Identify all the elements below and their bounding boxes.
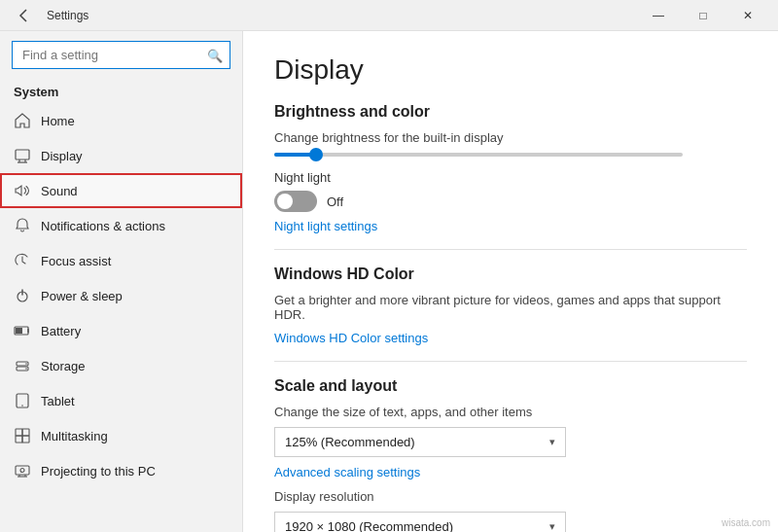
- search-input[interactable]: [12, 41, 230, 69]
- brightness-desc: Change brightness for the built-in displ…: [274, 130, 747, 145]
- sidebar-section-label: System: [0, 79, 242, 103]
- sidebar-item-multitasking[interactable]: Multitasking: [0, 418, 242, 453]
- sidebar-item-display[interactable]: Display: [0, 138, 242, 173]
- night-light-label: Night light: [274, 170, 747, 185]
- section-title-hd-color: Windows HD Color: [274, 266, 747, 283]
- sidebar-item-label-projecting: Projecting to this PC: [41, 464, 156, 479]
- brightness-slider-container: [274, 153, 747, 157]
- content-area: Display Brightness and color Change brig…: [243, 31, 778, 532]
- back-button[interactable]: [8, 0, 39, 31]
- multitasking-icon: [14, 427, 31, 444]
- sidebar-item-label-tablet: Tablet: [41, 394, 75, 408]
- svg-rect-16: [16, 436, 22, 443]
- sidebar: 🔍 System Home Display: [0, 31, 243, 532]
- sidebar-item-label-battery: Battery: [41, 324, 81, 338]
- toggle-knob: [277, 194, 293, 209]
- sidebar-item-projecting[interactable]: Projecting to this PC: [0, 453, 242, 488]
- sidebar-item-label-sound: Sound: [41, 184, 78, 198]
- titlebar: Settings — □ ✕: [0, 0, 778, 31]
- sidebar-item-label-focus: Focus assist: [41, 254, 111, 268]
- search-container: 🔍: [12, 41, 230, 69]
- sidebar-item-notifications[interactable]: Notifications & actions: [0, 208, 242, 243]
- scale-dropdown[interactable]: 125% (Recommended) ▾: [274, 427, 566, 457]
- resolution-dropdown-value: 1920 × 1080 (Recommended): [285, 519, 453, 532]
- hd-color-settings-link[interactable]: Windows HD Color settings: [274, 331, 428, 345]
- sound-icon: [14, 182, 31, 199]
- svg-rect-7: [16, 328, 22, 334]
- sidebar-item-storage[interactable]: Storage: [0, 348, 242, 383]
- night-light-settings-link[interactable]: Night light settings: [274, 219, 377, 233]
- resolution-dropdown[interactable]: 1920 × 1080 (Recommended) ▾: [274, 512, 566, 532]
- projecting-icon: [14, 462, 31, 479]
- sidebar-item-label-notifications: Notifications & actions: [41, 219, 165, 233]
- divider-2: [274, 361, 747, 362]
- sidebar-item-label-multitasking: Multitasking: [41, 429, 108, 443]
- titlebar-title: Settings: [47, 9, 636, 22]
- main-layout: 🔍 System Home Display: [0, 31, 778, 532]
- chevron-down-icon: ▾: [549, 436, 555, 448]
- svg-rect-17: [22, 436, 29, 443]
- sidebar-item-sound[interactable]: Sound: [0, 173, 242, 208]
- scale-dropdown-value: 125% (Recommended): [285, 435, 415, 449]
- power-icon: [14, 287, 31, 304]
- advanced-scaling-link[interactable]: Advanced scaling settings: [274, 465, 747, 479]
- sidebar-item-power[interactable]: Power & sleep: [0, 278, 242, 313]
- notifications-icon: [14, 217, 31, 234]
- section-title-scale: Scale and layout: [274, 377, 747, 395]
- sidebar-item-focus[interactable]: Focus assist: [0, 243, 242, 278]
- section-title-brightness: Brightness and color: [274, 103, 747, 121]
- svg-point-10: [25, 363, 27, 365]
- hd-color-desc: Get a brighter and more vibrant picture …: [274, 293, 747, 322]
- minimize-button[interactable]: —: [636, 0, 681, 31]
- svg-rect-14: [16, 429, 22, 436]
- sidebar-item-battery[interactable]: Battery: [0, 313, 242, 348]
- scale-desc: Change the size of text, apps, and other…: [274, 405, 747, 419]
- tablet-icon: [14, 392, 31, 409]
- focus-icon: [14, 252, 31, 269]
- svg-rect-18: [16, 466, 29, 475]
- sidebar-item-label-power: Power & sleep: [41, 289, 123, 303]
- close-button[interactable]: ✕: [725, 0, 770, 31]
- brightness-slider-track[interactable]: [274, 153, 683, 157]
- svg-point-22: [20, 469, 24, 473]
- storage-icon: [14, 357, 31, 374]
- resolution-desc: Display resolution: [274, 489, 747, 504]
- home-icon: [14, 112, 31, 129]
- night-light-state: Off: [327, 195, 343, 209]
- window-controls: — □ ✕: [636, 0, 770, 31]
- brightness-slider-fill: [274, 153, 313, 157]
- maximize-button[interactable]: □: [681, 0, 725, 31]
- search-icon: 🔍: [207, 48, 223, 62]
- sidebar-item-home[interactable]: Home: [0, 103, 242, 138]
- svg-point-13: [21, 405, 23, 407]
- divider-1: [274, 249, 747, 250]
- chevron-down-icon-2: ▾: [549, 520, 555, 532]
- svg-point-11: [25, 368, 27, 370]
- svg-rect-0: [16, 150, 29, 160]
- sidebar-item-label-storage: Storage: [41, 359, 86, 373]
- page-title: Display: [274, 54, 747, 86]
- sidebar-item-label-display: Display: [41, 149, 83, 163]
- sidebar-item-label-home: Home: [41, 114, 75, 128]
- sidebar-item-tablet[interactable]: Tablet: [0, 383, 242, 418]
- brightness-slider-thumb[interactable]: [309, 148, 323, 161]
- night-light-row: Off: [274, 191, 747, 212]
- night-light-toggle[interactable]: [274, 191, 317, 212]
- svg-rect-15: [22, 429, 29, 436]
- battery-icon: [14, 322, 31, 339]
- watermark: wisata.com: [722, 517, 770, 528]
- display-icon: [14, 147, 31, 164]
